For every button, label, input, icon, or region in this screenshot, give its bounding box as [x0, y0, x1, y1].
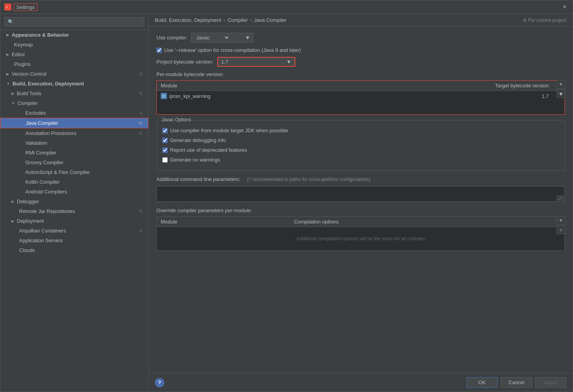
panel-body: Use compiler: Javac Eclipse Ajc ▼ Use '-…: [149, 27, 573, 373]
sidebar-item-groovy-compiler[interactable]: Groovy Compiler: [0, 158, 148, 167]
sidebar-item-validation[interactable]: Validation: [0, 138, 148, 148]
expand-arrow-appearance: ▶: [6, 33, 9, 37]
dialog-title: Settings: [14, 4, 37, 11]
sidebar-item-arquillian[interactable]: Arquillian Containers ⧉: [0, 226, 148, 236]
breadcrumb-sep-2: ›: [250, 17, 252, 23]
help-button[interactable]: ?: [155, 378, 164, 387]
cross-compilation-label: Use '--release' option for cross-compila…: [164, 47, 301, 53]
expand-textarea-button[interactable]: ⤢: [557, 195, 564, 202]
expand-arrow-debugger: ▶: [11, 199, 14, 204]
sidebar-item-version-control[interactable]: ▶ Version Control ⧉: [0, 69, 148, 79]
copy-icon-excludes: ⧉: [139, 110, 142, 115]
action-buttons: OK Cancel Apply: [467, 377, 566, 388]
expand-arrow-vc: ▶: [6, 72, 9, 76]
copy-icon-annotation: ⧉: [139, 131, 142, 136]
col-module-header: Module: [161, 83, 495, 89]
title-bar: I Settings ×: [0, 0, 573, 14]
expand-arrow-build-tools: ▶: [11, 91, 14, 96]
generate-no-warnings-label: Generate no warnings: [170, 157, 220, 163]
sidebar-item-rmi-compiler[interactable]: RMI Compiler: [0, 148, 148, 158]
sidebar-item-appearance[interactable]: ▶ Appearance & Behavior: [0, 30, 148, 40]
sidebar-item-editor[interactable]: ▶ Editor: [0, 50, 148, 59]
override-table-wrapper: Module Compilation options Additional co…: [156, 216, 565, 251]
sidebar-item-android-compilers[interactable]: Android Compilers: [0, 187, 148, 197]
use-compiler-select[interactable]: Javac Eclipse Ajc: [195, 34, 229, 41]
sidebar-item-plugins[interactable]: Plugins: [0, 59, 148, 69]
for-project: ⧉ For current project: [523, 18, 566, 23]
cross-compilation-checkbox[interactable]: [156, 48, 162, 53]
breadcrumb-bar: Build, Execution, Deployment › Compiler …: [149, 14, 573, 27]
javac-options-title: Javac Options: [160, 117, 193, 122]
bytecode-value: 1.7: [221, 59, 228, 65]
override-section: Override compiler parameters per-module:…: [156, 208, 565, 251]
breadcrumb-part-3: Java Compiler: [254, 17, 287, 23]
cancel-button[interactable]: Cancel: [501, 377, 532, 388]
copy-icon-remote-jar: ⧉: [139, 209, 142, 214]
main-content: ▶ Appearance & Behavior Keymap ▶ Editor …: [0, 14, 573, 392]
sidebar-item-keymap[interactable]: Keymap: [0, 40, 148, 50]
copy-icon-vc: ⧉: [139, 71, 142, 76]
override-col-module: Module: [161, 219, 294, 225]
remove-override-button[interactable]: ▾: [557, 225, 565, 234]
cross-compilation-row: Use '--release' option for cross-compila…: [156, 47, 565, 53]
override-col-compilation: Compilation options: [294, 219, 561, 225]
expand-arrow-deployment: ▶: [11, 219, 14, 223]
sidebar-item-build-exec-deploy[interactable]: ▼ Build, Execution, Deployment: [0, 79, 148, 89]
sidebar-item-build-tools[interactable]: ▶ Build Tools ⧉: [0, 89, 148, 98]
javac-options-content: Use compiler from module target JDK when…: [162, 124, 559, 163]
sidebar-item-compiler[interactable]: ▼ Compiler: [0, 98, 148, 108]
override-table-body: Additional compilation options will be t…: [157, 227, 564, 250]
breadcrumb-part-1: Build, Execution, Deployment: [155, 17, 221, 23]
module-icon: [161, 93, 167, 99]
for-project-icon: ⧉: [523, 18, 527, 23]
module-cell: ipran_kpi_warning: [161, 93, 534, 99]
override-table: Module Compilation options Additional co…: [156, 216, 565, 251]
per-module-table-body: ipran_kpi_warning 1.7: [157, 91, 564, 114]
sidebar-item-kotlin[interactable]: Kotlin Compiler: [0, 177, 148, 187]
report-deprecated-label: Report use of deprecated features: [170, 147, 247, 153]
generate-no-warnings-checkbox[interactable]: [162, 157, 168, 163]
sidebar-item-clouds[interactable]: Clouds: [0, 245, 148, 255]
additional-params-section: Additional command line parameters: ('/'…: [156, 176, 565, 203]
per-module-label: Per-module bytecode version:: [156, 71, 565, 77]
sidebar-item-app-servers[interactable]: Application Servers: [0, 236, 148, 245]
copy-icon-java-compiler: ⧉: [139, 121, 142, 126]
col-target-header: Target bytecode version: [495, 83, 561, 89]
sidebar-item-deployment[interactable]: ▶ Deployment: [0, 216, 148, 226]
apply-button[interactable]: Apply: [535, 377, 566, 388]
sidebar-item-actionscript[interactable]: ActionScript & Flex Compiler: [0, 167, 148, 177]
sidebar-item-annotation-processors[interactable]: Annotation Processors ⧉: [0, 128, 148, 138]
module-name: ipran_kpi_warning: [169, 93, 211, 99]
expand-arrow-editor: ▶: [6, 52, 9, 57]
per-module-table-header: Module Target bytecode version: [157, 81, 564, 91]
scroll-down-button[interactable]: ▾: [557, 89, 565, 98]
add-override-button[interactable]: +: [557, 216, 565, 225]
expand-arrow-build: ▼: [6, 82, 10, 86]
use-compiler-dropdown[interactable]: Javac Eclipse Ajc ▼: [191, 33, 254, 43]
additional-params-label: Additional command line parameters:: [156, 176, 240, 182]
additional-params-hint: ('/' recommended in paths for cross-plat…: [247, 177, 371, 182]
additional-params-header: Additional command line parameters: ('/'…: [156, 176, 565, 182]
svg-text:I: I: [7, 5, 7, 9]
project-bytecode-dropdown[interactable]: 1.7 ▼: [217, 57, 295, 67]
report-deprecated-checkbox[interactable]: [162, 147, 168, 153]
add-module-button[interactable]: +: [557, 80, 565, 89]
ok-button[interactable]: OK: [467, 377, 498, 388]
generate-debug-checkbox[interactable]: [162, 138, 168, 143]
bottom-bar: ? OK Cancel Apply: [149, 373, 573, 392]
settings-dialog: I Settings × ▶ Appearance & Behavior Key…: [0, 0, 573, 392]
sidebar-item-remote-jar[interactable]: Remote Jar Repositories ⧉: [0, 206, 148, 216]
use-compiler-module-checkbox[interactable]: [162, 128, 168, 133]
additional-params-input[interactable]: [156, 186, 565, 202]
additional-params-input-wrapper: ⤢: [156, 184, 565, 203]
search-box: [0, 14, 148, 30]
sidebar-item-java-compiler[interactable]: Java Compiler ⧉: [0, 118, 148, 128]
table-side-actions: + ▾: [557, 80, 565, 98]
sidebar-item-excludes[interactable]: Excludes ⧉: [0, 108, 148, 118]
svg-rect-3: [162, 95, 166, 96]
per-module-table: Module Target bytecode version: [156, 80, 565, 115]
sidebar-item-debugger[interactable]: ▶ Debugger: [0, 197, 148, 206]
close-button[interactable]: ×: [561, 3, 569, 11]
generate-debug-row: Generate debugging info: [162, 137, 559, 143]
search-input[interactable]: [4, 17, 144, 27]
